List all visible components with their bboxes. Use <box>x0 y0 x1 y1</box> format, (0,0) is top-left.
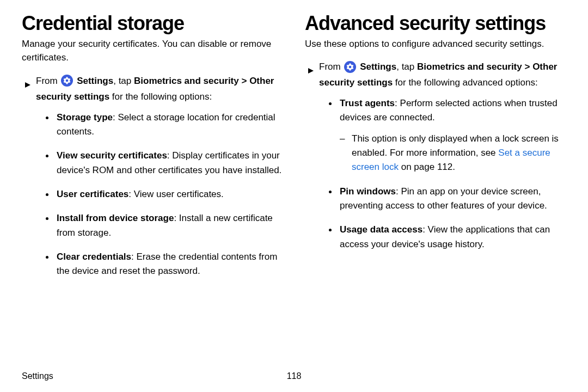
trust-agents-note: This option is only displayed when a loc… <box>340 132 566 175</box>
note-post: on page 112. <box>399 162 455 172</box>
item-label: Usage data access <box>340 224 422 235</box>
right-from-line: From Settings, tap Biometrics and securi… <box>305 59 566 91</box>
item-label: Clear credentials <box>57 252 131 262</box>
item-label: User certificates <box>57 189 128 199</box>
from-path1: Biometrics and security <box>134 76 239 86</box>
from-prefix: From <box>36 76 60 86</box>
chevron-right-icon: > <box>522 62 532 72</box>
from-mid: , tap <box>113 76 134 86</box>
page-footer: Settings 118 <box>22 371 566 381</box>
right-option-list: Trust agents: Perform selected actions w… <box>305 96 566 252</box>
list-item: Trust agents: Perform selected actions w… <box>329 96 566 175</box>
svg-marker-0 <box>25 82 30 88</box>
settings-gear-icon <box>61 75 73 87</box>
from-suffix: for the following advanced options: <box>393 77 538 88</box>
list-item: Storage type: Select a storage location … <box>46 111 283 139</box>
left-option-list: Storage type: Select a storage location … <box>22 111 283 279</box>
list-item: User certificates: View user certificate… <box>46 187 283 201</box>
right-from-text: From Settings, tap Biometrics and securi… <box>319 59 566 91</box>
list-item: Clear credentials: Erase the credential … <box>46 250 283 279</box>
from-prefix: From <box>319 62 343 72</box>
svg-marker-1 <box>308 68 314 74</box>
item-label: Pin windows <box>340 186 396 197</box>
left-from-line: From Settings, tap Biometrics and securi… <box>22 74 283 105</box>
list-item: Pin windows: Pin an app on your device s… <box>329 185 566 213</box>
caret-icon <box>25 77 30 93</box>
left-column: Credential storage Manage your security … <box>22 13 283 362</box>
right-column: Advanced security settings Use these opt… <box>305 13 566 362</box>
list-item: Install from device storage: Install a n… <box>46 211 283 240</box>
footer-section: Settings <box>22 371 53 381</box>
item-label: Trust agents <box>340 98 395 108</box>
footer-page-number: 118 <box>287 371 302 381</box>
item-label: Install from device storage <box>57 213 174 223</box>
from-settings-word: Settings <box>77 76 113 86</box>
item-label: Storage type <box>57 112 113 122</box>
item-label: View security certificates <box>57 150 167 161</box>
right-intro: Use these options to configure advanced … <box>305 37 566 51</box>
item-text: : View user certificates. <box>128 189 223 199</box>
left-intro: Manage your security certificates. You c… <box>22 37 283 65</box>
left-from-text: From Settings, tap Biometrics and securi… <box>36 74 283 105</box>
chevron-right-icon: > <box>239 76 249 86</box>
from-suffix: for the following options: <box>109 91 212 102</box>
from-settings-word: Settings <box>360 62 396 72</box>
from-mid: , tap <box>396 62 417 72</box>
from-path1: Biometrics and security <box>417 62 522 72</box>
caret-icon <box>308 63 314 79</box>
list-item: Usage data access: View the applications… <box>329 223 566 252</box>
list-item: View security certificates: Display cert… <box>46 149 283 177</box>
left-heading: Credential storage <box>22 13 283 34</box>
page-columns: Credential storage Manage your security … <box>22 13 566 362</box>
right-heading: Advanced security settings <box>305 13 566 34</box>
settings-gear-icon <box>344 61 356 73</box>
